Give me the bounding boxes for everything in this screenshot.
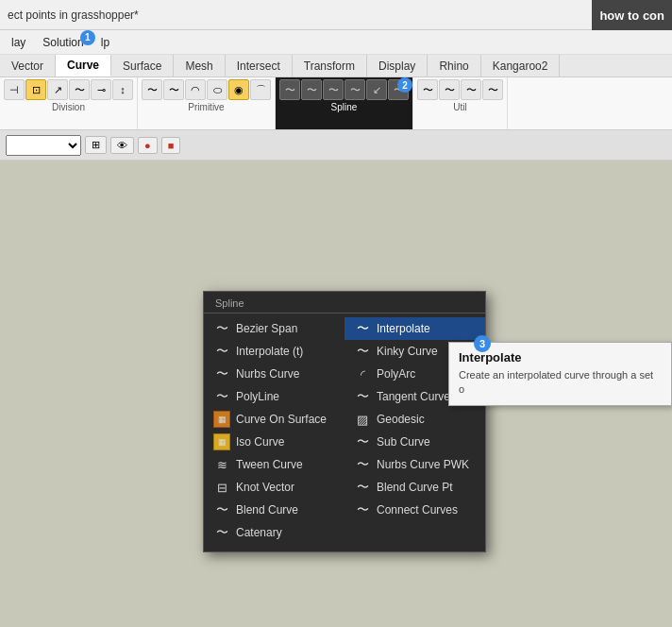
util-icon-4[interactable]: 〜 (482, 79, 503, 100)
tab-surface[interactable]: Surface (111, 55, 174, 76)
toolbar-group-primitive: 〜 〜 ◠ ⬭ ◉ ⌒ Primitive (138, 77, 276, 129)
primitive-icon-4[interactable]: ⬭ (207, 79, 227, 100)
secondary-toolbar: ⊞ 👁 ● ■ (0, 130, 672, 161)
division-icon-6[interactable]: ↕ (112, 79, 133, 100)
spline-icon-4[interactable]: 〜 (344, 79, 365, 100)
primitive-icon-2[interactable]: 〜 (163, 79, 184, 100)
how-to-label: how to con (592, 0, 672, 30)
division-icon-3[interactable]: ↗ (47, 79, 68, 100)
catenary-icon: 〜 (213, 524, 230, 541)
division-icon-5[interactable]: ⊸ (91, 79, 111, 100)
title-text: ect points in grasshopper* (8, 8, 139, 22)
tooltip-description: Create an interpolated curve through a s… (459, 368, 662, 398)
primitive-label: Primitive (188, 102, 224, 112)
fill-button[interactable]: ■ (161, 137, 181, 154)
spline-icon-1[interactable]: 〜 (279, 79, 300, 100)
toolbar-group-spline: 〜 〜 〜 〜 ↙ 〜 Spline 2 (276, 77, 413, 129)
menu-interpolate[interactable]: 〜 Interpolate (344, 317, 485, 340)
primitive-icon-3[interactable]: ◠ (185, 79, 206, 100)
tab-transform[interactable]: Transform (293, 55, 367, 76)
view-toggle-button[interactable]: 👁 (110, 137, 134, 154)
tab-kangaroo2[interactable]: Kangaroo2 (481, 55, 561, 76)
connect-curves-icon: 〜 (354, 501, 371, 518)
division-icon-4[interactable]: 〜 (69, 79, 90, 100)
spline-label: Spline (331, 102, 358, 112)
dropdown-columns: 〜 Bezier Span 〜 Interpolate (t) 〜 Nurbs … (204, 314, 485, 548)
menu-interpolate-t[interactable]: 〜 Interpolate (t) (204, 340, 344, 363)
util-icon-1[interactable]: 〜 (417, 79, 438, 100)
menu-polyline[interactable]: 〜 PolyLine (204, 385, 344, 408)
geodesic-icon: ▨ (354, 411, 371, 428)
util-icon-2[interactable]: 〜 (439, 79, 460, 100)
dropdown-left-col: 〜 Bezier Span 〜 Interpolate (t) 〜 Nurbs … (204, 317, 344, 544)
spline-icon-3[interactable]: 〜 (323, 79, 344, 100)
bezier-span-icon: 〜 (213, 320, 230, 337)
tab-rhino[interactable]: Rhino (428, 55, 480, 76)
title-bar: ect points in grasshopper* how to con (0, 0, 672, 30)
spline-icon-2[interactable]: 〜 (301, 79, 322, 100)
menu-bar: lay Solution 1 lp (0, 30, 672, 55)
knot-vector-icon: ⊟ (213, 479, 230, 496)
tab-bar: Vector Curve Surface Mesh Intersect Tran… (0, 55, 672, 77)
division-icon-1[interactable]: ⊣ (4, 79, 25, 100)
blend-curve-icon: 〜 (213, 501, 230, 518)
dropdown-header: Spline (204, 296, 485, 314)
grid-toggle-button[interactable]: ⊞ (85, 136, 107, 154)
primitive-icon-5[interactable]: ◉ (228, 79, 249, 100)
menu-nurbs-curve[interactable]: 〜 Nurbs Curve (204, 363, 344, 385)
spline-icon-5[interactable]: ↙ (366, 79, 387, 100)
menu-sub-curve[interactable]: 〜 Sub Curve (344, 431, 485, 453)
toolbar-group-util: 〜 〜 〜 〜 Util (413, 77, 508, 129)
tab-curve[interactable]: Curve (56, 55, 111, 76)
nurbs-curve-pwk-icon: 〜 (354, 456, 371, 473)
menu-iso-curve[interactable]: ▦ Iso Curve (204, 431, 344, 453)
menu-blend-curve[interactable]: 〜 Blend Curve (204, 499, 344, 521)
iso-curve-icon: ▦ (213, 433, 230, 450)
menu-tween-curve[interactable]: ≋ Tween Curve (204, 453, 344, 476)
curve-on-surface-icon: ▦ (213, 411, 230, 428)
nurbs-curve-icon: 〜 (213, 365, 230, 382)
toolbar-row: ⊣ ⊡ ↗ 〜 ⊸ ↕ Division 〜 〜 ◠ ⬭ ◉ ⌒ Primiti… (0, 77, 672, 130)
color-button[interactable]: ● (138, 137, 158, 154)
tangent-curve-icon: 〜 (354, 388, 371, 405)
menu-connect-curves[interactable]: 〜 Connect Curves (344, 499, 485, 521)
kinky-curve-icon: 〜 (354, 343, 371, 360)
sub-curve-icon: 〜 (354, 433, 371, 450)
tab-display[interactable]: Display (367, 55, 428, 76)
menu-blend-curve-pt[interactable]: 〜 Blend Curve Pt (344, 476, 485, 499)
tween-curve-icon: ≋ (213, 456, 230, 473)
polyline-icon: 〜 (213, 388, 230, 405)
spline-badge: 2 (397, 77, 412, 93)
menu-geodesic[interactable]: ▨ Geodesic (344, 408, 485, 431)
menu-item-solution[interactable]: Solution 1 (35, 34, 91, 51)
util-label: Util (453, 102, 466, 112)
tooltip-box: 3 Interpolate Create an interpolated cur… (448, 342, 672, 406)
tab-vector[interactable]: Vector (0, 55, 56, 76)
menu-knot-vector[interactable]: ⊟ Knot Vector (204, 476, 344, 499)
tooltip-title: Interpolate (459, 350, 662, 364)
tab-mesh[interactable]: Mesh (174, 55, 225, 76)
menu-curve-on-surface[interactable]: ▦ Curve On Surface (204, 408, 344, 431)
canvas-area[interactable]: Spline 〜 Bezier Span 〜 Interpolate (t) 〜… (0, 161, 672, 585)
dropdown-menu: Spline 〜 Bezier Span 〜 Interpolate (t) 〜… (203, 291, 486, 552)
division-label: Division (52, 102, 85, 112)
menu-item-display[interactable]: lay (4, 34, 33, 51)
primitive-icon-6[interactable]: ⌒ (250, 79, 271, 100)
tooltip-badge: 3 (474, 335, 491, 352)
interpolate-t-icon: 〜 (213, 343, 230, 360)
menu-item-help[interactable]: lp (93, 34, 117, 51)
interpolate-icon: 〜 (354, 320, 371, 337)
polyarc-icon: ◜ (354, 365, 371, 382)
menu-bezier-span[interactable]: 〜 Bezier Span (204, 317, 344, 340)
menu-nurbs-curve-pwk[interactable]: 〜 Nurbs Curve PWK (344, 453, 485, 476)
primitive-icon-1[interactable]: 〜 (142, 79, 162, 100)
component-selector[interactable] (6, 135, 81, 156)
division-icon-2[interactable]: ⊡ (25, 79, 46, 100)
toolbar-group-division: ⊣ ⊡ ↗ 〜 ⊸ ↕ Division (0, 77, 138, 129)
tab-intersect[interactable]: Intersect (226, 55, 293, 76)
menu-catenary[interactable]: 〜 Catenary (204, 521, 344, 544)
blend-curve-pt-icon: 〜 (354, 479, 371, 496)
util-icon-3[interactable]: 〜 (461, 79, 481, 100)
